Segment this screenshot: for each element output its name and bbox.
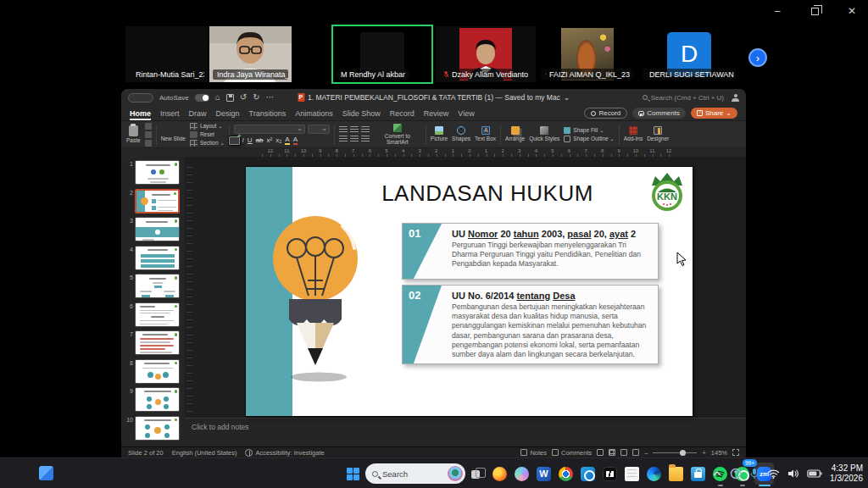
battery-icon[interactable] (807, 469, 822, 478)
underline-button[interactable]: U (248, 136, 253, 144)
normal-view-button[interactable] (597, 449, 604, 456)
text-box-button[interactable]: Text Box (475, 126, 496, 141)
bullets-icon[interactable] (339, 126, 348, 134)
layout-button[interactable]: Layout ⌄ (190, 123, 225, 130)
quick-styles-button[interactable]: Quick Styles (529, 126, 559, 141)
tab-draw[interactable]: Draw (189, 108, 207, 119)
tab-transitions[interactable]: Transitions (249, 108, 287, 119)
slide-sorter-view-button[interactable] (609, 449, 615, 456)
taskbar-clock[interactable]: 4:32 PM 1/3/2026 (830, 463, 863, 485)
outlook-app[interactable] (578, 463, 598, 485)
section-button[interactable]: Section ⌄ (190, 140, 225, 147)
slide-thumbnail-7[interactable]: 7 (123, 330, 181, 355)
participant-tile-faizi[interactable]: FAIZI AIMAN Q_IKL_23 (537, 26, 637, 82)
word-app[interactable]: W (534, 463, 554, 485)
volume-icon[interactable] (787, 469, 799, 479)
slide[interactable]: LANDASAN HUKUM KKN 01 UU Nomor 20 tahun … (246, 167, 693, 416)
numbering-icon[interactable] (350, 126, 359, 134)
highlight-color-button[interactable]: A (285, 136, 289, 145)
law-item-card-2[interactable]: 02 UU No. 6/2014 tentang Desa Pembanguna… (402, 285, 659, 364)
indent-icon[interactable] (361, 126, 370, 134)
add-ins-button[interactable]: Add-Ins (624, 126, 643, 141)
slide-thumbnail-6[interactable]: 6 (123, 302, 181, 327)
copy-icon[interactable] (145, 131, 152, 138)
titlebar-search[interactable]: Search (Cmd + Ctrl + U) (643, 94, 724, 102)
tab-design[interactable]: Design (216, 108, 240, 119)
edge-app[interactable] (644, 463, 664, 485)
home-icon[interactable]: ⌂ (215, 93, 220, 102)
reset-button[interactable]: Reset (190, 131, 225, 138)
paste-button[interactable]: Paste (126, 125, 141, 143)
account-icon[interactable] (732, 94, 739, 102)
next-participants-button[interactable]: › (748, 48, 767, 67)
font-name-select[interactable] (234, 125, 305, 134)
convert-smartart-button[interactable]: Convert to SmartArt (374, 124, 421, 145)
slide-thumbnail-5[interactable]: 5 (123, 274, 181, 298)
tab-insert[interactable]: Insert (160, 108, 180, 119)
shape-outline-button[interactable]: Shape Outline ⌄ (564, 136, 614, 142)
comments-toggle[interactable]: Comments (552, 449, 592, 457)
participant-tile-dzaky[interactable]: Dzaky Allam Verdianto (436, 26, 536, 82)
share-button[interactable]: Share⌄ (691, 108, 737, 119)
font-color-button[interactable]: A (293, 136, 298, 145)
slide-thumbnail-3[interactable]: 3 (123, 217, 181, 241)
tab-record[interactable]: Record (390, 108, 415, 119)
slide-thumbnail-2-selected[interactable]: 2 (123, 189, 181, 214)
italic-button[interactable]: I (242, 136, 244, 144)
mac-window-controls[interactable] (128, 93, 153, 103)
tab-animations[interactable]: Animations (295, 108, 333, 119)
lightbulb-pencil-graphic[interactable] (258, 214, 373, 388)
restore-button[interactable] (807, 5, 822, 17)
taskbar-search[interactable]: Search (365, 463, 465, 484)
new-slide-button[interactable]: New Slide (161, 126, 186, 141)
zoom-slider-knob[interactable] (680, 450, 686, 456)
kkn-logo[interactable]: KKN (647, 170, 687, 213)
tab-view[interactable]: View (458, 108, 474, 119)
firefox-app[interactable] (490, 463, 509, 485)
superscript-button[interactable]: x² (267, 136, 273, 144)
fit-slide-button[interactable] (732, 449, 739, 456)
designer-button[interactable]: Designer (647, 126, 669, 141)
reading-view-button[interactable] (620, 449, 627, 456)
slide-thumbnail-8[interactable]: 8 (123, 359, 181, 384)
arrange-button[interactable]: Arrange (505, 126, 525, 141)
slide-thumbnail-9[interactable]: 9 (123, 387, 181, 412)
law-item-card-1[interactable]: 01 UU Nomor 20 tahun 2003, pasal 20, aya… (402, 223, 659, 280)
notes-pane[interactable]: Click to add notes (185, 418, 746, 446)
wifi-icon[interactable] (767, 469, 780, 479)
format-painter-icon[interactable] (145, 140, 152, 147)
accessibility-status[interactable]: Accessibility: Investigate (245, 449, 324, 457)
participant-tile-indra[interactable]: Indra Jaya Wiranata_872 (209, 26, 292, 82)
cut-icon[interactable] (145, 123, 152, 130)
zoom-slider[interactable] (653, 452, 697, 453)
redo-icon[interactable]: ↻ (253, 93, 259, 102)
start-button[interactable] (343, 463, 363, 485)
subscript-button[interactable]: x₂ (275, 136, 281, 144)
tab-home[interactable]: Home (130, 108, 151, 119)
notepad-app[interactable] (622, 463, 642, 485)
hidden-icons-chevron[interactable] (712, 469, 722, 478)
save-icon[interactable] (226, 94, 234, 102)
slide-title[interactable]: LANDASAN HUKUM (356, 180, 619, 207)
align-left-icon[interactable] (339, 136, 348, 143)
close-button[interactable]: ✕ (844, 5, 860, 17)
chrome-app[interactable] (556, 463, 576, 485)
language-indicator[interactable]: English (United States) (172, 449, 237, 457)
microsoft-store-app[interactable] (688, 463, 708, 485)
zoom-in-button[interactable]: + (702, 449, 705, 457)
zoom-percent[interactable]: 145% (711, 449, 727, 457)
participant-tile-rendhy-active-speaker[interactable]: M Rendhy Al akbar (331, 25, 433, 84)
document-title-area[interactable]: 1. MATERI PEMBEKALAN_FILOSOFI & TATA TER… (298, 93, 570, 102)
shape-fill-button[interactable]: Shape Fill ⌄ (564, 127, 614, 134)
undo-icon[interactable]: ↺ (240, 93, 247, 102)
line-spacing-icon[interactable] (361, 136, 370, 143)
slideshow-view-button[interactable] (632, 449, 639, 456)
widgets-icon[interactable] (39, 466, 53, 480)
file-explorer-app[interactable] (666, 463, 686, 485)
tab-review[interactable]: Review (424, 108, 449, 119)
strikethrough-button[interactable]: ab (256, 136, 264, 144)
minimize-button[interactable]: – (770, 5, 785, 17)
participant-tile-derli[interactable]: D DERLI SUGI SETIAWAN (639, 26, 739, 82)
participant-tile-rintan[interactable]: Rintan-Mutia Sari_231... (125, 26, 208, 82)
slide-thumbnail-4[interactable]: 4 (123, 246, 181, 270)
